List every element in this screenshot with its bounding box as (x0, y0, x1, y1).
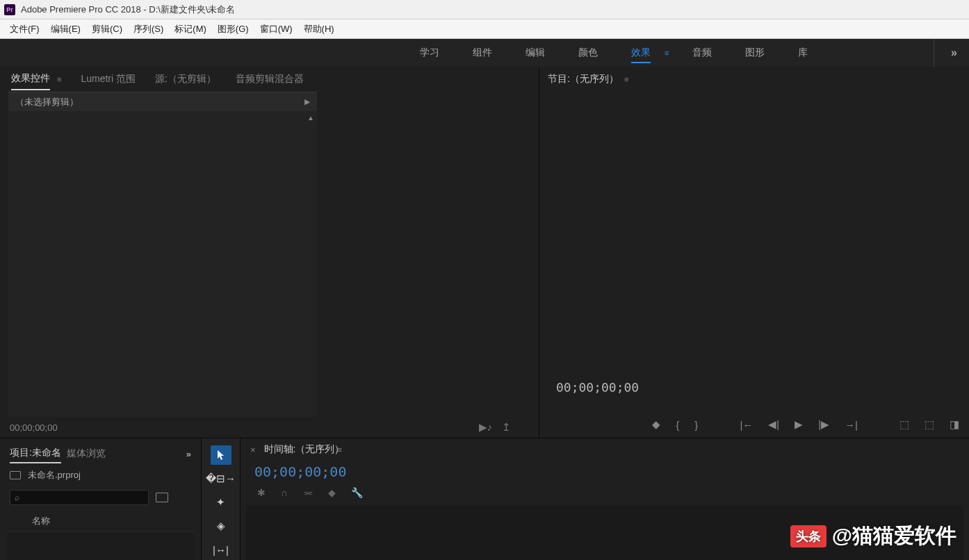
effect-controls-header: （未选择剪辑） ▶ (8, 92, 317, 111)
step-forward-icon[interactable]: |▶ (818, 418, 829, 431)
workspace-audio[interactable]: 音频 (676, 40, 728, 66)
project-list[interactable] (7, 532, 194, 560)
workspace-overflow[interactable]: » (934, 39, 956, 67)
project-menu-icon[interactable]: ≡ (56, 450, 60, 458)
magnet-icon[interactable]: ∩ (281, 487, 288, 498)
workspace-assembly[interactable]: 组件 (456, 40, 509, 66)
new-bin-icon[interactable] (156, 493, 168, 502)
menu-help[interactable]: 帮助(H) (300, 21, 339, 38)
source-timecode: 00;00;00;00 (10, 422, 58, 433)
program-controls: ◆ { } |← ◀| ▶ |▶ →| ⬚ ⬚ ◨ (539, 418, 969, 431)
workspace-effects[interactable]: 效果 (614, 40, 667, 66)
project-overflow[interactable]: » (186, 449, 191, 459)
menu-sequence[interactable]: 序列(S) (129, 21, 168, 38)
step-back-icon[interactable]: ◀| (768, 418, 779, 431)
scroll-up-icon[interactable]: ▲ (307, 114, 314, 122)
export-icon[interactable]: ↥ (502, 421, 511, 434)
effect-controls-body: （未选择剪辑） ▶ ▲ 00;00;00;00 ▶♪ ↥ (0, 92, 539, 438)
menu-window[interactable]: 窗口(W) (256, 21, 297, 38)
program-menu-icon[interactable]: ≡ (624, 75, 628, 83)
timeline-close-icon[interactable]: × (250, 445, 256, 455)
cursor-icon (215, 450, 227, 461)
goto-in-icon[interactable]: |← (740, 419, 753, 431)
ripple-edit-tool[interactable]: ✦ (211, 493, 231, 512)
tab-effect-controls[interactable]: 效果控件 (11, 68, 50, 90)
timeline-menu-icon[interactable]: ≡ (337, 445, 341, 454)
play-icon[interactable]: ▶ (795, 418, 803, 431)
workspace-learn[interactable]: 学习 (403, 40, 456, 66)
settings-icon[interactable]: 🔧 (351, 487, 363, 498)
timeline-timecode[interactable]: 00;00;00;00 (241, 461, 969, 483)
tab-project[interactable]: 项目:未命名 (10, 444, 61, 463)
timeline-toolbar: ✱ ∩ ⫘ ◆ 🔧 (241, 483, 969, 502)
menu-marker[interactable]: 标记(M) (170, 21, 211, 38)
out-point-icon[interactable]: } (694, 419, 698, 431)
timeline-tracks[interactable] (246, 505, 963, 560)
toggle-icon[interactable]: ▶♪ (479, 421, 493, 434)
linked-selection-icon[interactable]: ⫘ (303, 487, 313, 498)
slip-tool[interactable]: |↔| (211, 540, 231, 559)
source-panel-tabs: 效果控件 ≡ Lumetri 范围 源:（无剪辑） 音频剪辑混合器 (0, 67, 539, 92)
project-file-row: 未命名.prproj (0, 463, 201, 487)
title-bar: Pr Adobe Premiere Pro CC 2018 - D:\新建文件夹… (0, 0, 969, 19)
program-panel: 节目:（无序列） ≡ 00;00;00;00 ◆ { } |← ◀| ▶ |▶ … (539, 67, 969, 438)
search-icon: ⌕ (15, 493, 19, 502)
goto-out-icon[interactable]: →| (845, 419, 858, 431)
workspace-edit[interactable]: 编辑 (509, 40, 562, 66)
menu-edit[interactable]: 编辑(E) (47, 21, 85, 38)
tab-audio-mixer[interactable]: 音频剪辑混合器 (236, 69, 304, 90)
menu-graphics[interactable]: 图形(G) (213, 21, 253, 38)
effect-controls-list: ▲ (8, 111, 317, 417)
program-monitor: 00;00;00;00 ◆ { } |← ◀| ▶ |▶ →| ⬚ ⬚ ◨ (539, 92, 969, 438)
extract-icon[interactable]: ⬚ (925, 418, 934, 431)
tool-palette: �⊟→ ✦ ◈ |↔| (202, 438, 241, 560)
effect-controls-menu-icon[interactable]: ≡ (57, 75, 61, 83)
tab-media-browser[interactable]: 媒体浏览 (67, 445, 106, 463)
workspace-graphics[interactable]: 图形 (728, 40, 781, 66)
program-title: 节目:（无序列） (548, 73, 619, 85)
lift-icon[interactable]: ⬚ (899, 418, 909, 431)
window-title: Adobe Premiere Pro CC 2018 - D:\新建文件夹\未命… (21, 3, 235, 16)
menu-bar: 文件(F) 编辑(E) 剪辑(C) 序列(S) 标记(M) 图形(G) 窗口(W… (0, 19, 969, 39)
tab-lumetri[interactable]: Lumetri 范围 (81, 69, 136, 90)
program-timecode: 00;00;00;00 (556, 380, 639, 395)
workspace-library[interactable]: 库 (781, 40, 824, 66)
marker-icon[interactable]: ◆ (652, 418, 660, 431)
folder-icon (10, 471, 21, 479)
menu-clip[interactable]: 剪辑(C) (88, 21, 127, 38)
app-icon: Pr (4, 4, 15, 15)
play-arrow-icon[interactable]: ▶ (304, 97, 310, 106)
workspace-color[interactable]: 颜色 (562, 40, 614, 66)
marker-timeline-icon[interactable]: ◆ (328, 487, 336, 498)
tab-source[interactable]: 源:（无剪辑） (155, 69, 216, 90)
export-frame-icon[interactable]: ◨ (950, 418, 959, 431)
timeline-title: 时间轴:（无序列） (264, 443, 345, 456)
track-select-tool[interactable]: �⊟→ (211, 469, 231, 488)
no-clip-label: （未选择剪辑） (15, 96, 304, 108)
program-header: 节目:（无序列） ≡ (539, 67, 969, 92)
source-panel: 效果控件 ≡ Lumetri 范围 源:（无剪辑） 音频剪辑混合器 （未选择剪辑… (0, 67, 539, 438)
project-column-name[interactable]: 名称 (7, 508, 194, 532)
workspace-bar: 学习 组件 编辑 颜色 效果 ≡ 音频 图形 库 » (0, 39, 969, 67)
top-panels: 效果控件 ≡ Lumetri 范围 源:（无剪辑） 音频剪辑混合器 （未选择剪辑… (0, 67, 969, 438)
menu-file[interactable]: 文件(F) (6, 21, 44, 38)
project-search-input[interactable]: ⌕ (10, 490, 149, 505)
project-filename: 未命名.prproj (28, 469, 81, 481)
razor-tool[interactable]: ◈ (211, 516, 231, 536)
bottom-panels: 项目:未命名 ≡ 媒体浏览 » 未命名.prproj ⌕ 名称 �⊟→ ✦ ◈ … (0, 438, 969, 560)
in-point-icon[interactable]: { (676, 419, 679, 431)
snap-icon[interactable]: ✱ (257, 487, 266, 498)
timeline-panel: × 时间轴:（无序列） ≡ 00;00;00;00 ✱ ∩ ⫘ ◆ 🔧 (241, 438, 969, 560)
selection-tool[interactable] (211, 445, 231, 465)
effect-controls-footer: 00;00;00;00 ▶♪ ↥ (0, 417, 539, 438)
project-panel: 项目:未命名 ≡ 媒体浏览 » 未命名.prproj ⌕ 名称 (0, 438, 202, 560)
